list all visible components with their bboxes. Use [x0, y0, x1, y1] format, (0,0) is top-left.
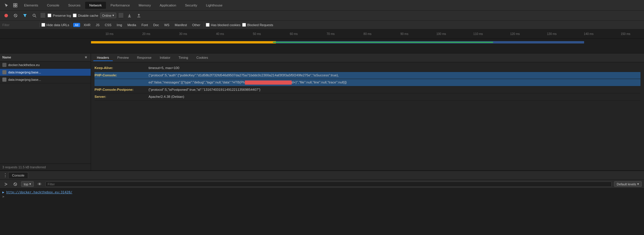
header-value-postpone: {"protocol":5,"isPostponed":true,"id":"1… [149, 87, 260, 93]
blocked-requests-label[interactable]: Blocked Requests [242, 23, 273, 27]
request-item-image1[interactable]: data:image/png;base... [0, 69, 91, 76]
tab-performance[interactable]: Performance [107, 2, 134, 9]
export-har-button[interactable] [135, 12, 143, 19]
header-row-phpconsole-1: PHP-Console: {"protocol":5,"auth":{"publ… [95, 72, 640, 79]
timeline-label-150ms: 150 ms [607, 32, 644, 36]
name-column-header: Name [2, 56, 11, 59]
hide-data-urls-label[interactable]: Hide data URLs [41, 23, 69, 27]
has-blocked-cookies-label[interactable]: Has blocked cookies [206, 23, 240, 27]
svg-line-9 [35, 16, 36, 17]
filter-tag-media[interactable]: Media [126, 23, 138, 27]
chevron-down-icon-context: ▾ [29, 182, 31, 186]
panel-tab-bar: Headers Preview Response Initiator Timin… [91, 53, 644, 62]
timeline-label-10ms: 10 ms [91, 32, 128, 36]
tab-elements[interactable]: Elements [20, 2, 42, 9]
context-select[interactable]: top ▾ [21, 181, 34, 187]
cursor-icon[interactable] [2, 1, 11, 9]
filter-tag-doc[interactable]: Doc [151, 23, 161, 27]
filter-sep-3 [204, 23, 204, 27]
filter-tag-js[interactable]: JS [94, 23, 101, 27]
close-panel-button[interactable]: ✕ [83, 55, 88, 60]
timeline-label-130ms: 130 ms [533, 32, 570, 36]
svg-rect-1 [16, 4, 17, 5]
tab-memory[interactable]: Memory [134, 2, 155, 9]
disable-cache-checkbox[interactable] [73, 14, 77, 17]
timeline-label-70ms: 70 ms [312, 32, 349, 36]
timeline-bar-orange [91, 41, 276, 43]
tab-lighthouse[interactable]: Lighthouse [202, 2, 227, 9]
svg-rect-2 [14, 6, 15, 7]
console-toolbar: top ▾ 👁 Default levels ▾ [0, 180, 644, 189]
tab-timing[interactable]: Timing [175, 55, 192, 61]
filter-tag-manifest[interactable]: Manifest [173, 23, 189, 27]
console-block-icon[interactable] [12, 181, 19, 188]
headers-content: Keep-Alive: timeout=5, max=100 PHP-Conso… [91, 62, 644, 170]
console-link[interactable]: http://docker.hackthebox.eu:31420/ [6, 190, 72, 194]
timeline-label-110ms: 110 ms [460, 32, 497, 36]
timeline-label-90ms: 90 ms [386, 32, 423, 36]
tab-response[interactable]: Response [134, 55, 155, 61]
redacted-value [245, 80, 292, 85]
tab-console[interactable]: Console [43, 2, 63, 9]
header-row-phpconsole-2: ed":false,"messages":[{"type":"debug","t… [95, 79, 640, 86]
console-prompt[interactable]: > [2, 194, 642, 199]
filter-icon[interactable] [21, 12, 29, 19]
svg-line-6 [14, 14, 17, 17]
disable-cache-label[interactable]: Disable cache [73, 14, 98, 17]
tab-cookies[interactable]: Cookies [193, 55, 212, 61]
chevron-down-icon: ▾ [112, 14, 114, 17]
timeline-label-100ms: 100 ms [423, 32, 460, 36]
hide-data-urls-checkbox[interactable] [41, 23, 45, 27]
request-item-docker[interactable]: docker.hackthebox.eu [0, 61, 91, 69]
preserve-log-checkbox[interactable] [48, 14, 51, 17]
tab-network[interactable]: Network [85, 2, 106, 9]
filter-input[interactable] [2, 23, 38, 27]
header-name-server: Server: [95, 94, 147, 100]
console-filter-input[interactable] [45, 182, 612, 187]
filter-tag-other[interactable]: Other [190, 23, 202, 27]
timeline-graph[interactable] [0, 39, 644, 53]
header-name-phpconsole: PHP-Console: [95, 73, 147, 78]
console-more-icon[interactable]: ⋮ [2, 172, 8, 178]
network-toolbar: Preserve log Disable cache Online ▾ [0, 11, 644, 21]
chevron-down-icon-levels: ▾ [637, 182, 639, 186]
devtools-tab-bar: Elements Console Sources Network Perform… [0, 0, 644, 11]
header-name-keepalive: Keep-Alive: [95, 65, 147, 71]
request-item-image2[interactable]: data:image/png;base... [0, 76, 91, 83]
filter-tag-css[interactable]: CSS [103, 23, 113, 27]
default-levels-select[interactable]: Default levels ▾ [614, 181, 642, 187]
header-value-keepalive: timeout=5, max=100 [149, 65, 179, 71]
search-icon[interactable] [31, 12, 38, 19]
console-tab[interactable]: Console [8, 172, 28, 178]
preserve-log-label[interactable]: Preserve log [48, 14, 71, 17]
filter-tag-font[interactable]: Font [140, 23, 150, 27]
console-tab-bar: ⋮ Console [0, 171, 644, 180]
clear-button[interactable] [12, 12, 19, 19]
console-run-icon[interactable] [2, 181, 9, 188]
timeline-bar-green [273, 42, 493, 43]
tab-preview[interactable]: Preview [114, 55, 132, 61]
filter-tag-img[interactable]: Img [115, 23, 124, 27]
tab-security[interactable]: Security [181, 2, 201, 9]
record-button[interactable] [2, 12, 10, 19]
tab-initiator[interactable]: Initiator [156, 55, 174, 61]
filter-sep-2 [71, 23, 71, 27]
import-har-button[interactable] [126, 12, 133, 19]
filter-tag-xhr[interactable]: XHR [82, 23, 92, 27]
tab-sources[interactable]: Sources [64, 2, 85, 9]
eye-icon[interactable]: 👁 [36, 181, 43, 188]
timeline-label-60ms: 60 ms [275, 32, 312, 36]
filter-tag-ws[interactable]: WS [162, 23, 171, 27]
filter-tag-all[interactable]: All [73, 23, 80, 27]
tab-headers[interactable]: Headers [93, 55, 113, 61]
header-row-server: Server: Apache/2.4.38 (Debian) [95, 93, 640, 101]
blocked-requests-checkbox[interactable] [242, 23, 246, 27]
request-name-image2: data:image/png;base... [8, 78, 41, 81]
layers-icon[interactable] [11, 1, 19, 9]
tab-application[interactable]: Application [156, 2, 180, 9]
has-blocked-cookies-checkbox[interactable] [206, 23, 210, 27]
network-throttle-select[interactable]: Online ▾ [100, 13, 116, 18]
header-value-server: Apache/2.4.38 (Debian) [149, 94, 184, 100]
requests-footer: 3 requests 11.5 kB transferred [0, 164, 91, 170]
console-link-row: ▶ http://docker.hackthebox.eu:31420/ [2, 190, 642, 194]
